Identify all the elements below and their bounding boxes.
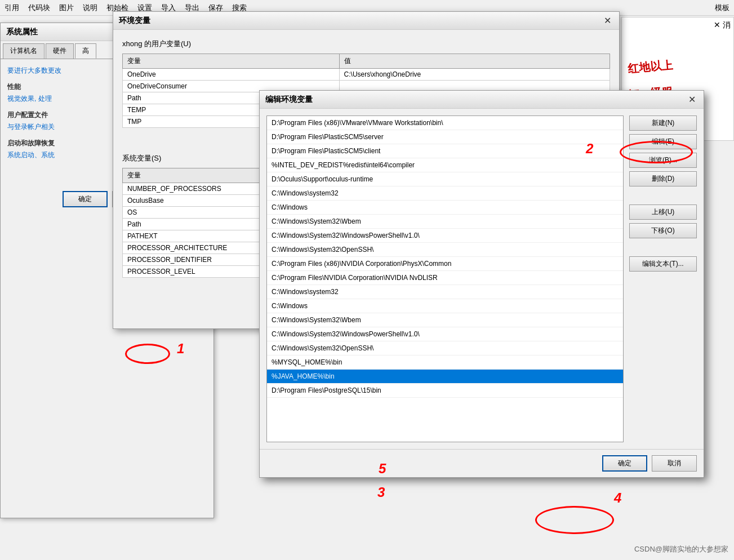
env-dialog-close-btn[interactable]: ✕ [602,15,613,26]
path-list-item[interactable]: D:\Program Files\PlasticSCM5\client [267,144,623,158]
sys-props-title-text: 系统属性 [6,27,38,37]
user-col-var: 变量 [123,54,340,69]
user-var-value: C:\Users\xhong\OneDrive [339,69,610,81]
path-list-item[interactable]: D:\Oculus\Support\oculus-runtime [267,172,623,186]
path-delete-btn[interactable]: 删除(D) [629,171,697,186]
sys-ok-btn[interactable]: 确定 [63,191,108,207]
user-var-name: OneDrive [123,69,340,81]
path-list-item[interactable]: D:\Program Files\PlasticSCM5\server [267,130,623,144]
edit-dialog-close-btn[interactable]: ✕ [686,94,698,105]
tab-computername[interactable]: 计算机名 [3,43,45,59]
edit-ok-btn[interactable]: 确定 [602,455,647,472]
path-list-item[interactable]: C:\Program Files (x86)\NVIDIA Corporatio… [267,257,623,271]
path-list-item[interactable]: D:\Program Files\PostgreSQL\15\bin [267,384,623,398]
menu-item-template[interactable]: 模板 [715,3,729,13]
path-list-item[interactable]: C:\Program Files\NVIDIA Corporation\NVID… [267,271,623,285]
edit-env-var-dialog: 编辑环境变量 ✕ D:\Program Files (x86)\VMware\V… [259,90,704,478]
path-list-item[interactable]: C:\Windows\System32\WindowsPowerShell\v1… [267,229,623,243]
env-dialog-title-text: 环境变量 [119,16,150,26]
path-list-item[interactable]: C:\Windows\System32\Wbem [267,215,623,229]
path-edittext-btn[interactable]: 编辑文本(T)... [629,256,697,272]
edit-cancel-btn[interactable]: 取消 [652,455,697,472]
user-var-row[interactable]: OneDriveC:\Users\xhong\OneDrive [123,69,610,81]
path-edit-btn[interactable]: 编辑(E) [629,134,697,149]
edit-buttons-column: 新建(N) 编辑(E) 浏览(B)... 删除(D) 上移(U) 下移(O) 编… [629,115,697,442]
menu-item-image[interactable]: 图片 [59,3,74,13]
path-list-container: D:\Program Files (x86)\VMware\VMware Wor… [266,115,624,442]
path-new-btn[interactable]: 新建(N) [629,115,697,131]
path-list-item[interactable]: C:\Windows\System32\WindowsPowerShell\v1… [267,327,623,341]
path-list-item[interactable]: C:\Windows [267,201,623,215]
edit-dialog-body: D:\Program Files (x86)\VMware\VMware Wor… [260,109,704,449]
menu-item-desc[interactable]: 说明 [83,3,97,13]
path-list-item[interactable]: %MYSQL_HOME%\bin [267,355,623,370]
path-up-btn[interactable]: 上移(U) [629,205,697,220]
tab-advanced[interactable]: 高 [75,43,96,59]
path-list-item[interactable]: C:\Windows\System32\OpenSSH\ [267,341,623,355]
path-list-item[interactable]: %INTEL_DEV_REDIST%redist\intel64\compile… [267,158,623,172]
edit-dialog-title-bar: 编辑环境变量 ✕ [260,91,704,109]
edit-dialog-title-text: 编辑环境变量 [265,95,313,105]
path-list-item[interactable]: C:\Windows\system32 [267,186,623,201]
user-vars-section-title: xhong 的用户变量(U) [122,39,610,49]
path-list-item[interactable]: D:\Program Files (x86)\VMware\VMware Wor… [267,116,623,130]
path-list-item[interactable]: C:\Windows [267,299,623,313]
menu-item-code[interactable]: 代码块 [28,3,50,13]
env-dialog-title-bar: 环境变量 ✕ [113,12,619,30]
path-down-btn[interactable]: 下移(O) [629,223,697,238]
tab-hardware[interactable]: 硬件 [46,43,74,59]
path-browse-btn[interactable]: 浏览(B)... [629,153,697,168]
path-list-item[interactable]: C:\Windows\System32\Wbem [267,313,623,327]
user-col-val: 值 [339,54,610,69]
watermark: CSDN@脚踏实地的大参想家 [634,544,728,554]
path-list-item[interactable]: %JAVA_HOME%\bin [267,370,623,384]
right-panel-close[interactable]: ✕ 消 [714,20,731,30]
path-list: D:\Program Files (x86)\VMware\VMware Wor… [267,116,623,398]
path-list-item[interactable]: C:\Windows\System32\OpenSSH\ [267,243,623,257]
path-list-item[interactable]: C:\Windows\system32 [267,285,623,299]
edit-dialog-footer: 确定 取消 [260,449,704,477]
menu-item-cite[interactable]: 引用 [5,3,19,13]
